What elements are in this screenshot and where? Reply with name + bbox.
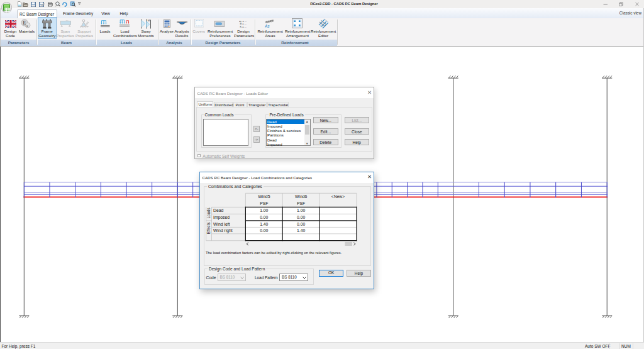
svg-text:1.40: 1.40 <box>297 228 305 233</box>
svg-text:Wind5: Wind5 <box>258 194 270 199</box>
svg-text:Wind right: Wind right <box>213 228 233 233</box>
svg-text:As: As <box>265 24 270 28</box>
svg-text:1.40: 1.40 <box>260 221 268 226</box>
svg-text:0.00: 0.00 <box>297 221 305 226</box>
svg-text:Wind6: Wind6 <box>295 194 307 199</box>
svg-text:E: E <box>23 20 26 26</box>
svg-text:M: M <box>148 19 150 22</box>
svg-text:0.00: 0.00 <box>260 228 268 233</box>
svg-text:PSF: PSF <box>260 201 268 206</box>
svg-text:PSF: PSF <box>297 201 305 206</box>
svg-text:Loads: Loads <box>206 208 211 218</box>
svg-text:1.00: 1.00 <box>260 208 268 213</box>
svg-text:Effects: Effects <box>206 222 211 234</box>
svg-text:Dead: Dead <box>213 208 223 213</box>
svg-text:1.00: 1.00 <box>297 208 305 213</box>
svg-text:0.00: 0.00 <box>297 215 305 219</box>
svg-text:Wind left: Wind left <box>213 221 230 226</box>
svg-text:Imposed: Imposed <box>213 215 230 220</box>
svg-text:K = ...: K = ... <box>240 25 247 27</box>
svg-text:<New>: <New> <box>331 194 345 199</box>
svg-text:0.00: 0.00 <box>260 215 268 219</box>
